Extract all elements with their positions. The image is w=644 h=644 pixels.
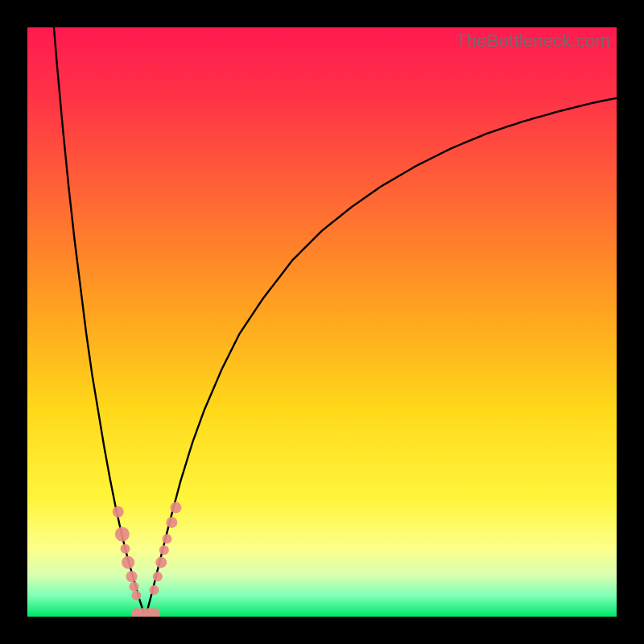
gradient-background — [27, 27, 617, 617]
data-marker — [121, 544, 130, 554]
data-marker — [166, 517, 177, 528]
data-marker — [155, 557, 167, 568]
data-marker — [122, 556, 134, 569]
plot-area: TheBottleneck.com — [27, 27, 617, 617]
plot-svg — [27, 27, 617, 617]
data-marker — [159, 545, 169, 555]
data-marker — [170, 502, 181, 514]
data-marker — [126, 571, 138, 582]
watermark-text: TheBottleneck.com — [456, 31, 610, 52]
data-marker — [113, 506, 124, 518]
data-marker — [131, 591, 141, 601]
data-marker — [129, 582, 138, 592]
data-marker — [162, 534, 171, 543]
data-marker — [115, 527, 130, 542]
data-marker — [153, 572, 163, 581]
chart-frame: TheBottleneck.com — [0, 0, 644, 644]
data-marker — [149, 585, 159, 595]
